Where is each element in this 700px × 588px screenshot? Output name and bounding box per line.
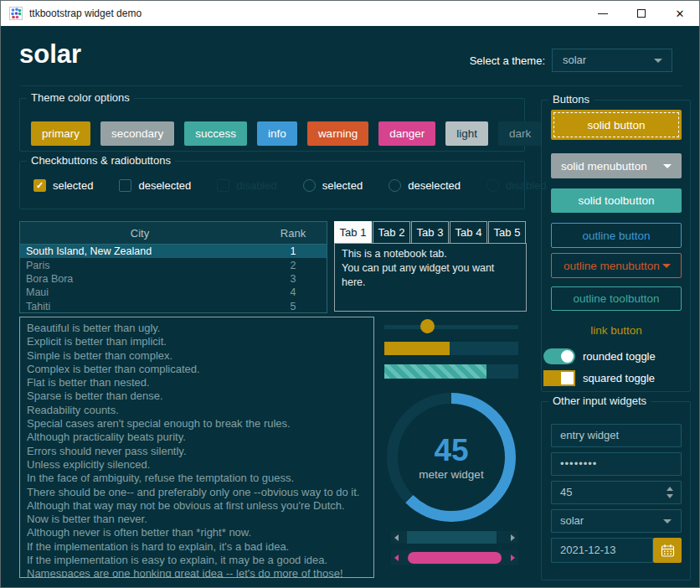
window-controls: ✕	[584, 1, 699, 26]
theme-combobox[interactable]: solar	[552, 49, 672, 72]
danger-button[interactable]: danger	[378, 121, 435, 146]
solid-button[interactable]: solid button	[551, 110, 682, 140]
notebook-tabs: Tab 1 Tab 2 Tab 3 Tab 4 Tab 5	[334, 221, 527, 243]
tab-4[interactable]: Tab 4	[450, 221, 487, 243]
meter-value: 45	[434, 435, 468, 466]
cell-city: South Island, New Zealand	[20, 245, 260, 257]
scroll-right-icon[interactable]	[511, 534, 515, 541]
warning-button[interactable]: warning	[307, 121, 368, 146]
checkbox-selected[interactable]: ✓ selected	[33, 179, 93, 192]
scrollbar-handle[interactable]	[407, 531, 497, 544]
solid-toolbutton[interactable]: solid toolbutton	[551, 188, 682, 213]
toggle-on-icon[interactable]	[543, 348, 575, 364]
inputs-frame-label: Other input widgets	[548, 395, 651, 407]
checkbox-checked-icon: ✓	[33, 179, 46, 192]
page-title: solar	[19, 39, 81, 70]
minimize-icon	[598, 13, 608, 14]
solid-menubutton-label: solid menubutton	[561, 160, 647, 173]
outline-button[interactable]: outline button	[551, 223, 682, 248]
cell-rank: 1	[260, 245, 327, 257]
scroll-right-icon[interactable]	[511, 554, 515, 561]
scroll-left-icon[interactable]	[394, 534, 399, 541]
theme-combobox-value: solar	[563, 54, 586, 66]
tab-3[interactable]: Tab 3	[411, 221, 449, 243]
buttons-frame-label: Buttons	[548, 93, 594, 106]
checkbox-unchecked-icon	[119, 179, 131, 192]
rounded-toggle-label: rounded toggle	[583, 350, 656, 363]
table-row[interactable]: South Island, New Zealand 1	[20, 245, 327, 258]
close-button[interactable]: ✕	[661, 1, 699, 26]
primary-button[interactable]: primary	[31, 121, 90, 146]
chevron-down-icon	[662, 264, 671, 268]
table-row[interactable]: Tahiti 5	[20, 300, 327, 313]
squared-toggle[interactable]: squared toggle	[543, 370, 655, 386]
radio-selected[interactable]: selected	[303, 179, 363, 192]
table-row[interactable]: Paris 2	[20, 258, 327, 271]
slider-handle[interactable]	[420, 319, 435, 333]
solid-menubutton[interactable]: solid menubutton	[551, 153, 682, 178]
radio-deselected[interactable]: deselected	[389, 179, 461, 192]
date-entry[interactable]: 2021-12-13	[551, 538, 653, 563]
chevron-down-icon	[663, 164, 672, 168]
spinbox-arrows	[667, 487, 673, 498]
toggle-knob	[561, 350, 574, 363]
checkbox-disabled-label: disabled	[236, 179, 276, 192]
dark-button[interactable]: dark	[498, 121, 542, 146]
minimize-button[interactable]	[584, 1, 622, 26]
rounded-toggle[interactable]: rounded toggle	[543, 348, 656, 364]
tab-2[interactable]: Tab 2	[373, 221, 410, 243]
toggle-knob	[561, 372, 574, 384]
horizontal-scrollbar[interactable]	[391, 531, 518, 544]
outline-toolbutton[interactable]: outline toolbutton	[551, 286, 682, 311]
scale-slider[interactable]	[384, 319, 518, 334]
cell-rank: 5	[260, 301, 327, 312]
checkbox-selected-label: selected	[53, 179, 93, 192]
combobox[interactable]: solar	[551, 509, 682, 533]
tab-1[interactable]: Tab 1	[334, 221, 372, 243]
spinbox[interactable]: 45	[551, 481, 682, 504]
chevron-down-icon	[654, 59, 662, 63]
checkbox-disabled: disabled	[217, 179, 276, 192]
slider-track	[384, 325, 518, 329]
table-row[interactable]: Maui 4	[20, 286, 327, 299]
table-row[interactable]: Bora Bora 3	[20, 272, 327, 286]
meter-text: 45 meter widget	[387, 393, 516, 522]
toggle-on-icon[interactable]	[543, 370, 575, 386]
spin-up-icon[interactable]	[667, 487, 673, 491]
progressbar-solid	[384, 342, 518, 355]
cell-city: Tahiti	[20, 301, 260, 312]
column-header-city[interactable]: City	[20, 227, 260, 240]
radio-selected-label: selected	[322, 179, 363, 192]
theme-select-label: Select a theme:	[394, 54, 545, 67]
success-button[interactable]: success	[184, 121, 247, 146]
squared-toggle-label: squared toggle	[583, 372, 655, 384]
chevron-down-icon	[663, 519, 672, 524]
light-button[interactable]: light	[445, 121, 488, 146]
link-button[interactable]: link button	[551, 320, 682, 340]
password-field[interactable]: ••••••••	[551, 452, 682, 476]
radio-deselected-icon	[389, 179, 401, 192]
cell-city: Bora Bora	[20, 273, 260, 285]
table-header[interactable]: City Rank	[20, 222, 327, 245]
info-button[interactable]: info	[257, 121, 297, 146]
app-window: ttkbootstrap widget demo ✕ solar Select …	[0, 0, 700, 588]
spin-down-icon[interactable]	[667, 494, 673, 498]
theme-colors-frame: Theme color options primary secondary su…	[19, 98, 525, 152]
notebook: Tab 1 Tab 2 Tab 3 Tab 4 Tab 5 This is a …	[334, 221, 527, 312]
scrollbar-handle[interactable]	[408, 552, 502, 564]
calendar-button[interactable]	[653, 538, 682, 563]
progressbar-striped	[384, 364, 518, 379]
cell-city: Maui	[20, 286, 260, 298]
secondary-button[interactable]: secondary	[100, 121, 174, 146]
zen-text-area[interactable]: Beautiful is better than ugly. Explicit …	[19, 317, 374, 578]
checkbox-deselected[interactable]: deselected	[119, 179, 191, 192]
checkbuttons-row: ✓ selected deselected disabled selected …	[33, 179, 547, 192]
rounded-scrollbar[interactable]	[391, 550, 518, 565]
column-header-rank[interactable]: Rank	[260, 227, 327, 240]
progressbar-striped-fill	[384, 364, 486, 379]
tab-5[interactable]: Tab 5	[488, 221, 526, 243]
maximize-button[interactable]	[622, 1, 661, 26]
scroll-left-icon[interactable]	[394, 554, 399, 561]
outline-menubutton[interactable]: outline menubutton	[551, 253, 682, 278]
entry-widget[interactable]: entry widget	[551, 424, 682, 447]
